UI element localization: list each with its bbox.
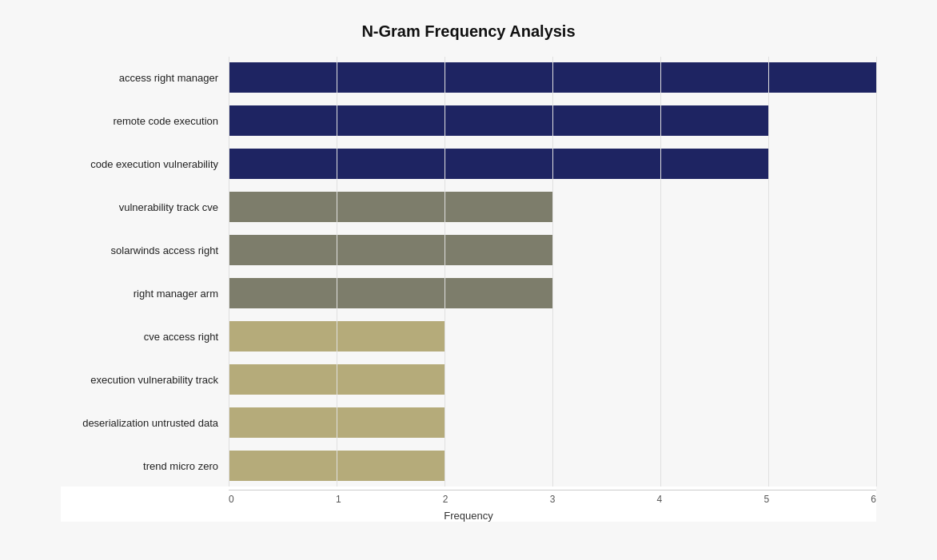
bar-row: remote code execution	[229, 100, 876, 141]
x-tick: 2	[443, 494, 449, 505]
grid-line	[876, 57, 877, 487]
bar	[229, 149, 768, 179]
x-tick: 4	[657, 494, 663, 505]
bar-row: deserialization untrusted data	[229, 402, 876, 443]
bar-wrapper	[229, 229, 876, 271]
bar-label: code execution vulnerability	[61, 158, 225, 170]
bar-label: deserialization untrusted data	[61, 417, 225, 429]
bar-label: trend micro zero	[61, 460, 225, 472]
bar-wrapper	[229, 445, 876, 487]
bar	[229, 364, 445, 395]
bar-wrapper	[229, 143, 876, 185]
x-tick: 1	[336, 494, 341, 505]
bar-row: cve access right	[229, 316, 876, 357]
x-axis: 0123456	[61, 490, 876, 505]
bar-row: solarwinds access right	[229, 229, 876, 271]
bar	[229, 321, 445, 351]
x-tick: 3	[550, 494, 556, 505]
chart-container: N-Gram Frequency Analysis access right m…	[29, 6, 908, 554]
bar-wrapper	[229, 57, 876, 98]
bar-wrapper	[229, 402, 876, 443]
bar-wrapper	[229, 359, 876, 400]
bar-label: access right manager	[61, 72, 225, 84]
bar-wrapper	[229, 272, 876, 314]
bar-row: trend micro zero	[229, 445, 876, 487]
chart-title: N-Gram Frequency Analysis	[61, 22, 876, 41]
x-tick: 0	[229, 494, 234, 505]
bar	[229, 451, 445, 481]
bar-label: cve access right	[61, 331, 225, 343]
bar-wrapper	[229, 186, 876, 228]
bar-row: code execution vulnerability	[229, 143, 876, 185]
bar-row: execution vulnerability track	[229, 359, 876, 400]
bar-label: execution vulnerability track	[61, 374, 225, 386]
bar-row: vulnerability track cve	[229, 186, 876, 228]
bar-label: solarwinds access right	[61, 244, 225, 256]
bar-label: vulnerability track cve	[61, 201, 225, 213]
x-tick: 5	[764, 494, 769, 505]
bar	[229, 62, 876, 93]
bar	[229, 278, 552, 308]
x-axis-label: Frequency	[61, 510, 876, 522]
chart-area: access right managerremote code executio…	[61, 57, 876, 487]
bar	[229, 235, 552, 265]
bar-row: right manager arm	[229, 272, 876, 314]
bar-label: remote code execution	[61, 115, 225, 127]
x-tick: 6	[871, 494, 876, 505]
bar	[229, 192, 552, 222]
bar-label: right manager arm	[61, 288, 225, 300]
bar-wrapper	[229, 316, 876, 357]
bar	[229, 407, 445, 438]
bar-wrapper	[229, 100, 876, 141]
bar	[229, 105, 768, 136]
bar-row: access right manager	[229, 57, 876, 98]
